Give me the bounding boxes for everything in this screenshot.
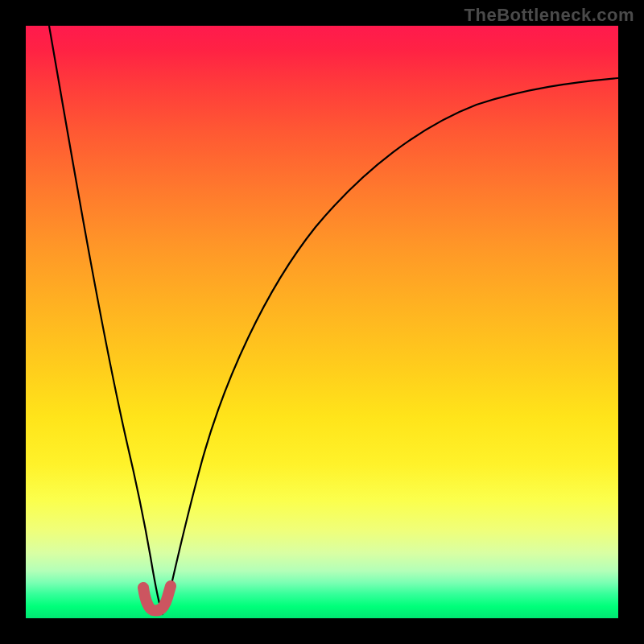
chart-frame: TheBottleneck.com (0, 0, 644, 644)
main-curve (49, 26, 618, 613)
watermark-text: TheBottleneck.com (464, 5, 634, 26)
chart-svg (26, 26, 618, 618)
